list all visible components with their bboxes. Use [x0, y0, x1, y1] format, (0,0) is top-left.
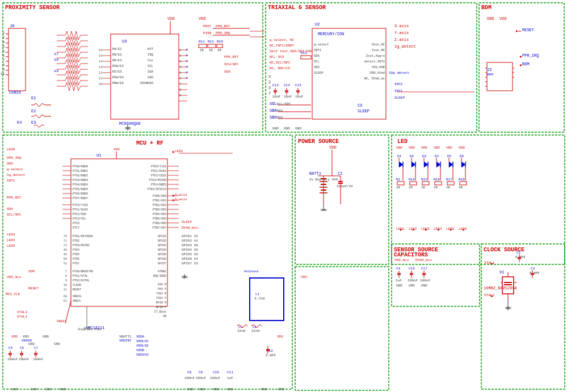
svg-text:2: 2	[268, 80, 271, 85]
svg-text:VDD: VDD	[421, 146, 427, 150]
svg-text:GPIO3: GPIO3	[158, 244, 166, 247]
svg-text:LED4: LED4	[7, 238, 15, 242]
svg-text:E8: E8	[54, 58, 59, 62]
svg-rect-3	[3, 135, 292, 389]
svg-text:1K: 1K	[434, 186, 438, 189]
svg-text:11: 11	[63, 288, 67, 292]
svg-text:PTG2/EXTAL: PTG2/EXTAL	[73, 279, 90, 283]
svg-text:6.8PF: 6.8PF	[266, 353, 276, 357]
svg-text:C3: C3	[531, 267, 535, 271]
svg-text:VSS,GND: VSS,GND	[372, 65, 385, 69]
svg-text:PTD4: PTD4	[73, 248, 79, 252]
svg-text:GPIO5: GPIO5	[158, 253, 166, 256]
svg-text:C17: C17	[421, 267, 427, 271]
svg-text:RESET: RESET	[73, 288, 81, 292]
svg-text:GND: GND	[261, 387, 267, 391]
svg-text:NC,SCL/SPC: NC,SCL/SPC	[270, 61, 290, 65]
svg-text:SLEEP: SLEEP	[182, 220, 192, 224]
svg-text:100nF: 100nF	[210, 376, 220, 380]
svg-text:1K: 1K	[200, 48, 204, 52]
svg-text:CLKOD: CLKOD	[73, 284, 81, 287]
svg-text:8: 8	[65, 274, 67, 278]
svg-text:BDM: BDM	[487, 73, 493, 77]
svg-rect-8	[481, 244, 565, 389]
svg-text:PPR_IRQ: PPR_IRQ	[7, 156, 22, 160]
svg-text:VDO: VDO	[277, 335, 283, 339]
svg-text:7: 7	[268, 91, 271, 96]
svg-text:C5: C5	[9, 346, 13, 350]
svg-text:15: 15	[98, 54, 102, 58]
svg-rect-4	[295, 135, 389, 264]
svg-text:VDD: VDD	[11, 335, 18, 339]
power-title: POWER SOURCE	[298, 138, 339, 145]
svg-text:RFIN P: RFIN P	[156, 306, 166, 309]
svg-text:C6: C6	[20, 346, 24, 350]
svg-text:SDA: SDA	[224, 70, 230, 74]
svg-text:PTB0/AD0: PTB0/AD0	[153, 195, 166, 198]
svg-text:R11: R11	[199, 40, 205, 44]
svg-text:10g detect: 10g detect	[389, 71, 409, 75]
svg-text:1: 1	[2, 31, 5, 35]
svg-text:GND: GND	[421, 284, 427, 288]
svg-text:GND: GND	[28, 342, 35, 346]
svg-text:PPR_IRQ: PPR_IRQ	[522, 53, 539, 58]
svg-text:g-select: g-select	[314, 43, 329, 47]
svg-text:C9: C9	[199, 370, 203, 374]
svg-rect-387	[410, 182, 417, 185]
svg-text:PAO M: PAO M	[158, 283, 166, 286]
svg-text:VDD_mcu: VDD_mcu	[394, 258, 409, 262]
schematic-main: PROXIMITY SENSOR TRIAXIAL G SENSOR BDM M…	[0, 0, 567, 392]
svg-text:22nH: 22nH	[237, 329, 246, 333]
svg-text:U2: U2	[315, 22, 320, 27]
svg-text:22nH: 22nH	[251, 329, 260, 333]
svg-text:100nF: 100nF	[33, 357, 43, 361]
svg-text:PPR_RST: PPR_RST	[224, 55, 239, 59]
svg-text:U1: U1	[96, 153, 101, 158]
svg-text:10: 10	[63, 283, 67, 287]
svg-text:INT1: INT1	[7, 179, 15, 183]
svg-rect-393	[435, 182, 442, 185]
svg-text:NC, ODC/CS: NC, ODC/CS	[270, 66, 290, 70]
svg-text:PTD7: PTD7	[73, 262, 79, 265]
svg-text:100nF: 100nF	[408, 279, 418, 283]
svg-text:VDD: VDD	[446, 146, 452, 150]
svg-text:48: 48	[63, 248, 67, 252]
svg-text:50: 50	[63, 257, 67, 261]
svg-text:1K: 1K	[217, 48, 222, 52]
svg-text:1K: 1K	[421, 186, 426, 189]
svg-text:PTE2/CE81: PTE2/CE81	[151, 174, 166, 178]
svg-text:GND: GND	[396, 284, 402, 288]
svg-text:PIRQ: PIRQ	[203, 31, 212, 35]
svg-text:60: 60	[63, 294, 67, 298]
svg-text:GND: GND	[43, 335, 49, 339]
svg-rect-6	[295, 267, 389, 390]
svg-text:R19: R19	[217, 40, 223, 44]
svg-rect-10	[9, 28, 26, 91]
svg-marker-364	[424, 162, 428, 167]
svg-text:GND: GND	[45, 387, 52, 391]
svg-text:GND: GND	[295, 127, 301, 130]
svg-text:VDD: VDD	[301, 275, 307, 279]
svg-rect-399	[460, 182, 467, 185]
svg-text:PTB6/AD6: PTB6/AD6	[153, 222, 166, 225]
svg-text:4: 4	[179, 65, 182, 69]
svg-text:X-axis: X-axis	[394, 24, 409, 28]
svg-rect-5	[392, 135, 565, 264]
svg-text:2: 2	[2, 36, 5, 40]
svg-text:3: 3	[179, 60, 181, 64]
svg-text:2: 2	[179, 54, 181, 58]
svg-text:NC,INT1/DRDY: NC,INT1/DRDY	[270, 44, 295, 48]
svg-text:R17: R17	[446, 178, 452, 182]
svg-text:CON10: CON10	[9, 90, 21, 95]
svg-text:PTC9/TxD2: PTC9/TxD2	[73, 204, 88, 207]
svg-text:8: 8	[179, 88, 181, 92]
svg-text:PTA5/KBD5: PTA5/KBD5	[73, 188, 88, 191]
svg-text:100nF: 100nF	[420, 279, 430, 283]
svg-text:6: 6	[179, 77, 181, 81]
svg-text:NC, DVdd_mc: NC, DVdd_mc	[364, 77, 385, 81]
svg-line-302	[65, 301, 71, 323]
svg-text:100nF: 100nF	[19, 357, 29, 361]
svg-text:BDM: BDM	[522, 62, 530, 66]
svg-text:RST: RST	[148, 47, 154, 51]
svg-text:PTC2/SDA: PTC2/SDA	[73, 213, 86, 216]
